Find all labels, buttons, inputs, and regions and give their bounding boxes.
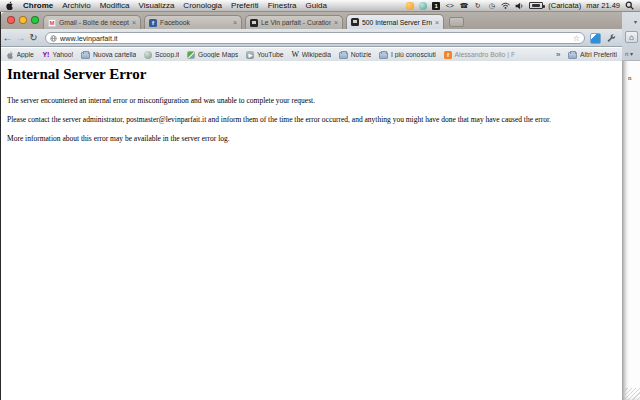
- chevron-down-icon: ▾: [634, 18, 637, 25]
- bookmark-yahoo[interactable]: Y! Yahoo!: [42, 51, 74, 59]
- other-bookmarks-folder[interactable]: Altri Preferiti: [568, 51, 617, 59]
- address-bar[interactable]: www.levinparfait.it ☆: [45, 32, 585, 44]
- globe-status-icon[interactable]: [419, 2, 427, 10]
- bookmark-folder-nuova-cartella[interactable]: Nuova cartella: [81, 51, 136, 59]
- tab-gmail[interactable]: M Gmail - Boîte de réception (1 ×: [43, 15, 141, 29]
- menu-finestra[interactable]: Finestra: [268, 1, 297, 10]
- scoopit-icon: [144, 51, 152, 59]
- time-machine-icon[interactable]: ◷: [487, 1, 496, 10]
- calendar-day-icon[interactable]: 1: [432, 2, 440, 10]
- google-maps-icon: [187, 51, 195, 59]
- folder-icon: [379, 52, 388, 59]
- tab-close-icon[interactable]: ×: [233, 19, 237, 26]
- close-window-button[interactable]: [7, 16, 15, 24]
- bookmark-scoopit[interactable]: Scoop.it: [144, 51, 179, 59]
- page-security-icon[interactable]: [50, 35, 57, 42]
- browser-window: M Gmail - Boîte de réception (1 × f Face…: [0, 12, 622, 400]
- back-button[interactable]: ←: [1, 33, 14, 43]
- url-text[interactable]: www.levinparfait.it: [60, 34, 570, 43]
- extension-page-action-icon[interactable]: [590, 33, 601, 44]
- tab-strip: M Gmail - Boîte de réception (1 × f Face…: [1, 12, 622, 29]
- tab-title: 500 Internal Server Error: [362, 19, 432, 26]
- error-page-title: Internal Server Error: [7, 66, 614, 83]
- bookmark-wikipedia[interactable]: W Wikipedia: [292, 50, 332, 59]
- apple-menu-icon[interactable]: [6, 1, 14, 10]
- site-favicon: [250, 19, 258, 27]
- menu-modifica[interactable]: Modifica: [100, 1, 130, 10]
- apple-bookmark-icon: [6, 51, 14, 59]
- folder-icon: [568, 52, 577, 59]
- wifi-icon[interactable]: [501, 1, 510, 10]
- bookmark-alessandro-bollo[interactable]: f Alessandro Bollo | F: [444, 51, 515, 59]
- browser-toolbar: ← → ↻ www.levinparfait.it ☆: [1, 29, 622, 47]
- phone-icon[interactable]: ☎: [459, 1, 468, 10]
- folder-icon: [339, 52, 348, 59]
- youtube-icon: ▶: [246, 51, 254, 59]
- bookmarks-overflow-chevron[interactable]: »: [556, 50, 560, 59]
- menu-cronologia[interactable]: Cronologia: [183, 1, 222, 10]
- minimize-window-button[interactable]: [19, 16, 27, 24]
- background-bookmarks-label-fragment: ri ▾: [625, 50, 633, 57]
- folder-icon: [81, 52, 90, 59]
- window-resize-grip[interactable]: [624, 388, 640, 400]
- notifier-icon[interactable]: [406, 2, 414, 10]
- window-controls: [7, 16, 39, 24]
- tab-title: Gmail - Boîte de réception (1: [59, 19, 129, 26]
- reload-button[interactable]: ↻: [27, 33, 40, 43]
- bookmark-star-icon[interactable]: ☆: [573, 34, 580, 43]
- sync-icon[interactable]: ↻: [473, 1, 482, 10]
- macos-menu-bar: Chrome Archivio Modifica Visualizza Cron…: [0, 0, 640, 12]
- menu-bar-clock[interactable]: mar 21.49: [586, 1, 620, 10]
- zoom-window-button[interactable]: [31, 16, 39, 24]
- facebook-favicon: f: [149, 19, 157, 27]
- bookmark-youtube[interactable]: ▶ YouTube: [246, 51, 283, 59]
- volume-icon[interactable]: [515, 1, 524, 10]
- spotlight-search-icon[interactable]: [625, 1, 634, 10]
- chrome-menu-wrench-icon[interactable]: [605, 33, 618, 44]
- code-snippet-icon[interactable]: <>: [445, 1, 454, 10]
- menu-chrome[interactable]: Chrome: [23, 1, 53, 10]
- tab-close-icon[interactable]: ×: [132, 19, 136, 26]
- wikipedia-icon: W: [292, 50, 300, 59]
- tab-close-icon[interactable]: ×: [334, 19, 338, 26]
- home-button[interactable]: ⌂: [625, 31, 638, 43]
- bookmark-folder-notizie[interactable]: Notizie: [339, 51, 371, 59]
- tab-500-error-active[interactable]: 500 Internal Server Error ×: [346, 14, 444, 29]
- menu-visualizza[interactable]: Visualizza: [138, 1, 174, 10]
- yahoo-icon: Y!: [42, 51, 50, 59]
- error-paragraph-1: The server encountered an internal error…: [7, 96, 614, 105]
- tab-title: Facebook: [160, 19, 230, 26]
- menu-status-cluster: 1 <> ☎ ↻ ◷ (Caricata) mar 21.49: [406, 1, 634, 10]
- menu-guida[interactable]: Guida: [306, 1, 327, 10]
- background-page-text-fragment: n: [628, 74, 632, 82]
- menu-preferiti[interactable]: Preferiti: [231, 1, 259, 10]
- orange-f-icon: f: [444, 51, 452, 59]
- tab-title: Le Vin parfait - Curation Mul: [261, 19, 331, 26]
- gmail-favicon: M: [48, 19, 56, 27]
- battery-status-label: (Caricata): [548, 1, 581, 10]
- site-favicon: [351, 18, 359, 26]
- bookmark-google-maps[interactable]: Google Maps: [187, 51, 238, 59]
- forward-button[interactable]: →: [14, 33, 27, 43]
- tab-close-icon[interactable]: ×: [435, 19, 439, 26]
- page-content: Internal Server Error The server encount…: [1, 61, 622, 400]
- new-tab-button[interactable]: [449, 17, 464, 27]
- error-paragraph-3: More information about this error may be…: [7, 134, 614, 143]
- error-paragraph-2: Please contact the server administrator,…: [7, 115, 614, 124]
- screenshot-root: Chrome Archivio Modifica Visualizza Cron…: [0, 0, 640, 400]
- tab-levinparfait-curation[interactable]: Le Vin parfait - Curation Mul ×: [245, 15, 343, 29]
- menu-archivio[interactable]: Archivio: [62, 1, 90, 10]
- tab-facebook[interactable]: f Facebook ×: [144, 15, 242, 29]
- bookmarks-bar: Apple Y! Yahoo! Nuova cartella Scoop.it …: [1, 48, 622, 62]
- bookmark-apple[interactable]: Apple: [6, 51, 34, 59]
- battery-icon[interactable]: [529, 2, 543, 9]
- bookmark-folder-piu-conosciuti[interactable]: I più conosciuti: [379, 51, 435, 59]
- background-window-sliver: ▾ ⌂ ri ▾ n: [622, 12, 640, 400]
- background-window-toolbar-fragment: ▾ ⌂ ri ▾: [622, 12, 640, 61]
